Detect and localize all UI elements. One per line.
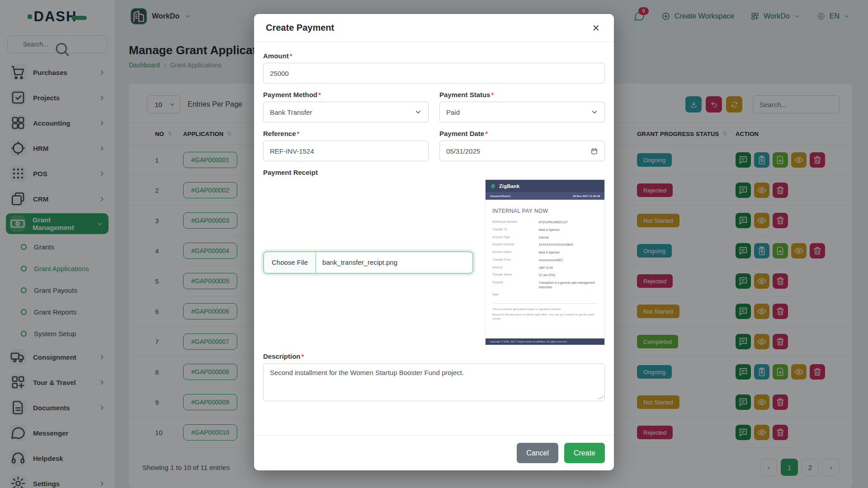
receipt-field: Account NameMark & Spencer: [492, 250, 598, 255]
required-mark: *: [290, 52, 292, 60]
payment-receipt-section: Choose File bank_transfer_recipt.png Zig…: [263, 179, 605, 345]
receipt-footnote: Electronic Receipt owns no official lega…: [492, 313, 598, 321]
payment-method-select[interactable]: Bank Transfer: [263, 102, 429, 122]
cancel-button[interactable]: Cancel: [517, 443, 558, 463]
zigbank-logo-text: ZigBank: [499, 183, 520, 189]
receipt-field: Transfer When02 Jan 2018: [492, 273, 598, 277]
payment-status-value: Paid: [446, 108, 460, 116]
payment-status-select[interactable]: Paid: [439, 102, 605, 122]
receipt-datetime: 26 Nov 2017 11:49:48: [573, 195, 600, 197]
description-label-text: Description: [263, 352, 301, 360]
modal-header: Create Payment ×: [254, 14, 614, 42]
receipt-divider: [492, 303, 598, 304]
payment-method-label: Payment Method*: [263, 91, 429, 99]
modal-body: Amount* Payment Method* Bank Transfer Pa…: [254, 42, 614, 435]
receipt-subheader: General Electric 26 Nov 2017 11:49:48: [486, 192, 604, 200]
required-mark: *: [485, 130, 488, 137]
receipt-copyright: Copyright © 2006, 2017, Oracle and/or it…: [486, 338, 604, 345]
reference-label: Reference*: [263, 130, 429, 137]
receipt-field: Note: [492, 293, 598, 296]
create-payment-modal: Create Payment × Amount* Payment Method*…: [254, 14, 614, 470]
description-field[interactable]: Second installment for the Women Startup…: [263, 363, 605, 401]
receipt-heading: INTERNAL PAY NOW: [492, 208, 598, 214]
payment-date-field[interactable]: 05/31/2025: [439, 141, 605, 161]
chevron-down-icon: [415, 108, 422, 116]
amount-label-text: Amount: [263, 52, 289, 60]
payment-date-value: 05/31/2025: [446, 147, 480, 155]
required-mark: *: [491, 91, 494, 99]
payment-date-label-text: Payment Date: [439, 130, 484, 137]
receipt-field: Account TypeInternal: [492, 235, 598, 240]
description-label: Description*: [263, 352, 605, 360]
amount-label: Amount*: [263, 52, 605, 60]
payment-status-label-text: Payment Status: [439, 91, 491, 99]
create-button[interactable]: Create: [564, 443, 605, 463]
calendar-icon: [590, 147, 598, 155]
receipt-field: Transfer Fromxxxxxxxxxxxx0B27: [492, 258, 598, 263]
receipt-field: Reference NumberAT3OUPA140B2CC27: [492, 220, 598, 225]
payment-status-label: Payment Status*: [439, 91, 605, 99]
receipt-bank-header: ZigBank: [486, 180, 604, 192]
receipt-field: Account NumberXXXXXXXXXXXXXX0B29: [492, 243, 598, 247]
selected-file-name: bank_transfer_recipt.png: [316, 252, 404, 273]
chevron-down-icon: [591, 108, 598, 116]
payment-method-value: Bank Transfer: [270, 108, 312, 116]
receipt-company: General Electric: [490, 195, 511, 197]
receipt-field: AmountGBP 10.00: [492, 266, 598, 270]
required-mark: *: [297, 130, 300, 137]
receipt-field: Transfer ToMark & Spencer: [492, 228, 598, 232]
required-mark: *: [302, 352, 304, 360]
receipt-body: INTERNAL PAY NOW Reference NumberAT3OUPA…: [486, 200, 604, 338]
amount-field[interactable]: [263, 63, 605, 84]
receipt-fields: Reference NumberAT3OUPA140B2CC27Transfer…: [492, 220, 598, 296]
payment-receipt-label: Payment Receipt: [263, 169, 605, 176]
payment-method-label-text: Payment Method: [263, 91, 317, 99]
receipt-field: PurposeTransaction is a general cash man…: [492, 281, 598, 290]
close-icon[interactable]: ×: [590, 23, 602, 33]
required-mark: *: [318, 91, 321, 99]
modal-title: Create Payment: [266, 23, 334, 33]
payment-date-label: Payment Date*: [439, 130, 605, 137]
modal-footer: Cancel Create: [254, 435, 614, 470]
receipt-footnote: This is computer generated receipt no si…: [492, 307, 598, 311]
receipt-preview-image: ZigBank General Electric 26 Nov 2017 11:…: [485, 179, 605, 345]
choose-file-button[interactable]: Choose File: [264, 252, 316, 273]
reference-field[interactable]: [263, 141, 429, 161]
reference-label-text: Reference: [263, 130, 296, 137]
payment-receipt-file-input[interactable]: Choose File bank_transfer_recipt.png: [263, 251, 473, 274]
zigbank-logo-icon: [490, 183, 496, 189]
